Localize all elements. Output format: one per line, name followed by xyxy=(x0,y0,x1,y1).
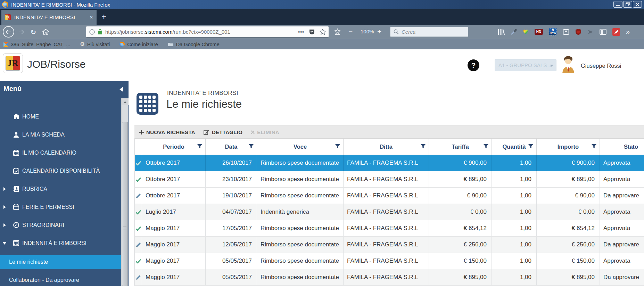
tab-favicon-jr: JR xyxy=(5,14,11,20)
check-icon xyxy=(136,210,141,214)
cell-periodo: Maggio 2017 xyxy=(142,269,206,285)
window-titlebar[interactable]: INDENNITA' E RIMBORSI - Mozilla Firefox xyxy=(0,0,644,9)
scrollbar-up-icon[interactable] xyxy=(122,98,129,105)
sidebar-item-la-mia-scheda[interactable]: LA MIA SCHEDA xyxy=(0,126,121,144)
active-tab[interactable]: JR INDENNITA' E RIMBORSI × xyxy=(1,10,97,25)
column-header-periodo[interactable]: Periodo xyxy=(142,139,206,155)
cell-tariffa: € 150,00 xyxy=(429,253,492,269)
new-request-button[interactable]: NUOVA RICHIESTA xyxy=(139,129,195,135)
chevron-down-icon xyxy=(550,65,553,67)
calculator-icon xyxy=(13,240,19,246)
hd-badge-icon[interactable]: HD xyxy=(535,29,543,35)
avatar[interactable] xyxy=(560,55,576,73)
table-row[interactable]: Ottobre 2017 26/10/2017 Rimborso spese d… xyxy=(135,155,644,171)
column-header-data[interactable]: Data xyxy=(206,139,257,155)
column-header-voce[interactable]: Voce xyxy=(257,139,344,155)
close-window-button[interactable] xyxy=(633,1,642,8)
https-lock-icon[interactable] xyxy=(98,29,102,35)
zoom-in-button[interactable]: + xyxy=(377,27,381,36)
table-row[interactable]: Maggio 2017 12/05/2017 Rimborso spese do… xyxy=(135,237,644,253)
cell-ditta: FAMILA - FRAGEMA S.R.L xyxy=(344,155,429,171)
bookmark-item[interactable]: ⚙Più visitati xyxy=(80,42,110,47)
library-icon[interactable] xyxy=(498,29,505,35)
bookmark-item[interactable]: Come iniziare xyxy=(119,42,158,47)
sidebar-item-straordinari[interactable]: STRAORDINARI xyxy=(0,216,121,234)
edit-icon xyxy=(204,130,209,135)
scrollbar-thumb[interactable] xyxy=(122,122,128,286)
ublock-shield-icon[interactable] xyxy=(575,28,581,35)
collapse-sidebar-icon[interactable] xyxy=(119,87,123,92)
zoom-level-label[interactable]: 100% xyxy=(361,28,374,34)
cell-voce: Rimborso spese documentate xyxy=(257,155,344,171)
bookmark-item[interactable]: Da Google Chrome xyxy=(168,42,220,47)
app-logo[interactable]: JR xyxy=(3,53,23,73)
sidebar-subitem-le-mie-richieste[interactable]: Le mie richieste xyxy=(0,255,121,269)
forward-button[interactable] xyxy=(18,30,24,34)
eyedropper-icon[interactable] xyxy=(511,29,517,35)
home-icon[interactable] xyxy=(42,29,49,35)
check-icon xyxy=(136,259,141,263)
sidebar-scrollbar[interactable] xyxy=(121,98,128,286)
page-actions-icon[interactable]: ••• xyxy=(298,29,304,35)
column-header-importo[interactable]: Importo xyxy=(537,139,600,155)
table-row[interactable]: Maggio 2017 05/05/2017 Rimborso spese do… xyxy=(135,253,644,269)
calendar-icon xyxy=(13,150,19,156)
table-row[interactable]: Maggio 2017 05/05/2017 Rimborso spese do… xyxy=(135,269,644,286)
cell-importo: € 256,00 xyxy=(537,237,600,253)
firefox-icon xyxy=(2,1,8,8)
overflow-chevron-icon[interactable]: » xyxy=(626,28,630,36)
cell-importo: € 90,00 xyxy=(537,188,600,204)
table-row[interactable]: Luglio 2017 04/07/2017 Indennità generic… xyxy=(135,204,644,220)
sidebar-item-il-mio-calendario[interactable]: IL MIO CALENDARIO xyxy=(0,144,121,162)
edit-extension-icon[interactable] xyxy=(612,28,620,36)
column-header-stato[interactable]: Stato xyxy=(600,139,644,155)
column-header-ditta[interactable]: Ditta xyxy=(344,139,429,155)
help-button[interactable]: ? xyxy=(468,59,479,71)
clipboard-save-icon[interactable] xyxy=(563,28,569,35)
bookmark-star-icon[interactable] xyxy=(320,29,326,35)
requests-table: Periodo Data Voce Ditta Tariffa Quantità… xyxy=(134,139,644,286)
table-row[interactable]: Ottobre 2017 19/10/2017 Rimborso spese d… xyxy=(135,188,644,204)
cell-data: 19/10/2017 xyxy=(206,188,257,204)
cell-periodo: Maggio 2017 xyxy=(142,220,206,236)
news-new-badge-icon[interactable]: NNEW xyxy=(549,28,557,35)
site-info-icon[interactable] xyxy=(89,29,95,35)
rainbow-heart-icon[interactable]: ♥ xyxy=(523,28,529,36)
cell-stato: Da approvare xyxy=(600,188,644,204)
sidebar-item-home[interactable]: HOME xyxy=(0,108,121,126)
column-header-quantita[interactable]: Quantità xyxy=(492,139,537,155)
bookmark-item[interactable]: 386_Suite_Paghe_CAT_... xyxy=(3,42,70,47)
url-bar[interactable]: https://jobrisorse.sistemi.com/run.bc?ct… xyxy=(86,26,329,37)
pocket-icon[interactable] xyxy=(309,29,315,35)
sidebar-item-indennita-e-rimborsi[interactable]: INDENNITÀ E RIMBORSI xyxy=(0,234,121,252)
cell-periodo: Luglio 2017 xyxy=(142,204,206,220)
search-bar[interactable]: Cerca xyxy=(390,27,468,37)
expand-right-icon xyxy=(3,205,6,209)
table-row[interactable]: Ottobre 2017 23/10/2017 Rimborso spese d… xyxy=(135,171,644,188)
cell-quantita: 1,00 xyxy=(492,204,537,220)
sidebar-item-ferie-e-permessi[interactable]: FERIE E PERMESSI xyxy=(0,198,121,216)
new-tab-button[interactable]: + xyxy=(101,12,106,22)
folder-icon xyxy=(168,42,174,47)
back-button[interactable] xyxy=(3,26,14,38)
sidebar-toggle-icon[interactable] xyxy=(600,29,606,35)
minimize-button[interactable] xyxy=(613,1,622,8)
reload-icon[interactable]: ↻ xyxy=(31,28,36,36)
cell-voce: Rimborso spese documentate xyxy=(257,171,344,187)
column-header-tariffa[interactable]: Tariffa xyxy=(429,139,492,155)
company-selector[interactable]: A1 - GRUPPO SALS ... xyxy=(495,59,556,71)
ghostery-icon[interactable] xyxy=(587,29,594,35)
sidebar-item-calendario-disponibilita[interactable]: CALENDARIO DISPONIBILITÀ xyxy=(0,162,121,180)
zoom-out-button[interactable]: − xyxy=(348,27,353,36)
cell-tariffa: € 654,12 xyxy=(429,220,492,236)
restore-button[interactable] xyxy=(623,1,632,8)
page-calculator-icon xyxy=(137,93,158,115)
detail-button[interactable]: DETTAGLIO xyxy=(204,129,242,135)
table-row[interactable]: Maggio 2017 17/05/2017 Rimborso spese do… xyxy=(135,220,644,237)
tab-close-icon[interactable]: × xyxy=(90,14,93,21)
sidebar-subitem-collaboratori-da-approvare[interactable]: Collaboratori - Da approvare xyxy=(0,273,121,286)
library-star-icon[interactable] xyxy=(334,28,341,35)
window-title: INDENNITA' E RIMBORSI - Mozilla Firefox xyxy=(11,2,110,8)
cell-ditta: FAMILA - FRAGEMA S.R.L xyxy=(344,253,429,269)
sidebar-item-rubrica[interactable]: RUBRICA xyxy=(0,180,121,198)
